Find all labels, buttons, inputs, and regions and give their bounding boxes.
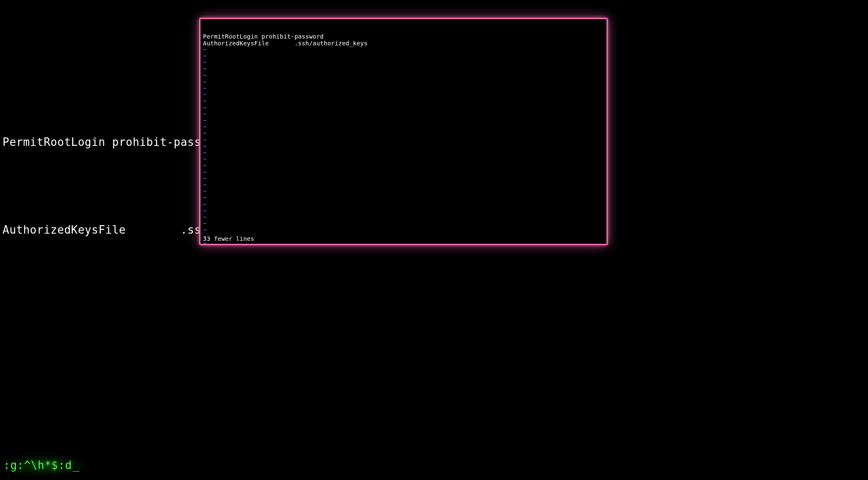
command-line[interactable]: :g:^\h*$:d_: [3, 459, 80, 472]
editor-empty-line-tilde: ~: [203, 85, 604, 92]
editor-empty-line-tilde: ~: [203, 220, 604, 227]
editor-empty-line-tilde: ~: [203, 208, 604, 214]
editor-empty-line-tilde: ~: [203, 156, 604, 162]
editor-empty-line-tilde: ~: [203, 105, 604, 111]
editor-empty-line-tilde: ~: [203, 124, 604, 130]
editor-empty-line-tilde: ~: [203, 117, 604, 124]
editor-overlay[interactable]: PermitRootLogin prohibit-passwordAuthori…: [199, 18, 608, 245]
editor-empty-line-tilde: ~: [203, 59, 604, 66]
editor-empty-line-tilde: ~: [203, 98, 604, 104]
background-config-line-1: PermitRootLogin prohibit-password: [3, 136, 228, 148]
editor-empty-line-tilde: ~: [203, 169, 604, 176]
editor-file-line: AuthorizedKeysFile .ssh/authorized_keys: [203, 40, 604, 47]
editor-empty-line-tilde: ~: [203, 66, 604, 72]
editor-empty-line-tilde: ~: [203, 111, 604, 117]
editor-empty-line-tilde: ~: [203, 188, 604, 195]
editor-status-message: 33 fewer lines: [203, 236, 254, 242]
editor-empty-line-tilde: ~: [203, 137, 604, 143]
editor-empty-line-tilde: ~: [203, 201, 604, 208]
editor-empty-line-tilde: ~: [203, 195, 604, 201]
editor-empty-line-tilde: ~: [203, 162, 604, 169]
command-text: :g:^\h*$:d: [3, 459, 72, 472]
cursor-icon: _: [73, 459, 80, 472]
editor-file-line: PermitRootLogin prohibit-password: [203, 33, 604, 40]
editor-empty-line-tilde: ~: [203, 214, 604, 220]
editor-empty-line-tilde: ~: [203, 73, 604, 79]
editor-empty-line-tilde: ~: [203, 234, 604, 240]
editor-empty-line-tilde: ~: [203, 176, 604, 182]
editor-empty-line-tilde: ~: [203, 130, 604, 137]
editor-empty-line-tilde: ~: [203, 47, 604, 53]
editor-empty-line-tilde: ~: [203, 53, 604, 59]
editor-empty-line-tilde: ~: [203, 150, 604, 156]
editor-empty-line-tilde: ~: [203, 227, 604, 234]
editor-empty-line-tilde: ~: [203, 143, 604, 150]
editor-buffer: PermitRootLogin prohibit-passwordAuthori…: [203, 33, 604, 246]
editor-empty-line-tilde: ~: [203, 79, 604, 85]
editor-empty-line-tilde: ~: [203, 92, 604, 98]
editor-empty-line-tilde: ~: [203, 182, 604, 188]
editor-empty-line-tilde: ~: [203, 240, 604, 246]
